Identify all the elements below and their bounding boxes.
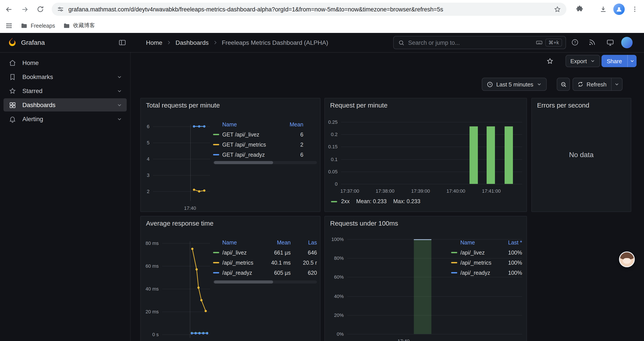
sidebar-item-label: Starred [22, 87, 42, 94]
gridline [341, 147, 522, 147]
legend-row[interactable]: /api/_metrics100% [451, 258, 522, 268]
address-bar[interactable]: grafana.mathmast.com/d/deytv4rwavabkb/fr… [52, 3, 566, 16]
bookmark-star-icon[interactable] [554, 6, 561, 13]
sidebar-item-home[interactable]: Home [4, 56, 127, 69]
bar [470, 126, 478, 184]
share-button-group: Share [602, 55, 636, 67]
favorite-star-icon[interactable] [546, 58, 554, 65]
monitor-icon[interactable] [606, 39, 614, 47]
sidebar-item-dashboards[interactable]: Dashboards [4, 98, 127, 112]
bar [504, 126, 513, 184]
breadcrumb-home[interactable]: Home [146, 39, 162, 46]
bookmark-folder-freeleaps[interactable]: Freeleaps [20, 22, 55, 29]
scrollbar-thumb[interactable] [214, 161, 273, 164]
line-chart[interactable]: 6543217:40 [143, 123, 210, 212]
gridline [347, 315, 522, 315]
legend-row[interactable]: /api/_metrics40.1 ms20.5 r [213, 258, 317, 268]
bookmark-folder-label: Freeleaps [31, 23, 55, 29]
line-chart[interactable]: 80 ms60 ms40 ms20 ms0 s17:40 [141, 240, 210, 341]
legend-header-name[interactable]: Name [213, 239, 270, 245]
legend-header-name[interactable]: Name [213, 121, 286, 128]
legend-row[interactable]: /api/_readyz605 µs620 [213, 268, 317, 278]
avatar-face [623, 258, 631, 264]
kebab-menu-icon[interactable] [630, 4, 640, 15]
bell-icon [9, 115, 16, 123]
assistant-avatar[interactable] [619, 251, 635, 267]
y-axis-tick: 0.2 [325, 131, 338, 137]
legend-row[interactable]: /api/_livez100% [451, 247, 522, 258]
sidebar-item-starred[interactable]: Starred [4, 84, 127, 97]
bar-chart[interactable]: 0.250.20.150.10.05017:37:0017:38:0017:39… [325, 119, 522, 196]
gridline [341, 184, 522, 184]
panel-title[interactable]: Total requests per minute [146, 101, 220, 109]
legend-header-name[interactable]: Name [451, 239, 500, 245]
time-range-label: Last 5 minutes [496, 81, 533, 88]
breadcrumb-dashboards[interactable]: Dashboards [176, 39, 209, 46]
back-icon[interactable] [4, 4, 14, 15]
folder-icon [63, 22, 70, 29]
bookmark-folder-blogs[interactable]: 收藏博客 [63, 22, 95, 30]
legend-header-col[interactable]: Mean [270, 239, 291, 245]
help-icon[interactable]: ? [571, 39, 579, 46]
export-button[interactable]: Export [566, 55, 600, 67]
chevron-down-icon[interactable] [116, 88, 122, 94]
legend-header-col[interactable]: Last * [500, 239, 522, 245]
chevron-down-icon[interactable] [116, 74, 122, 80]
y-axis-tick: 0.25 [325, 119, 338, 125]
series-swatch [213, 272, 219, 273]
legend-header-col[interactable]: Mean [286, 121, 303, 128]
site-settings-icon[interactable] [57, 6, 64, 13]
legend-header-col[interactable]: Las [291, 239, 317, 245]
legend-scrollbar[interactable] [213, 280, 317, 283]
grafana-logo-icon[interactable] [7, 37, 18, 48]
sidebar-item-bookmarks[interactable]: Bookmarks [4, 70, 127, 83]
series-value: 2 [286, 142, 303, 148]
panel-title[interactable]: Average response time [146, 219, 214, 227]
series-name[interactable]: 2xx [341, 198, 350, 204]
clock-icon [486, 81, 493, 88]
share-menu-caret[interactable] [627, 55, 636, 67]
sidebar: Home Bookmarks Starred Dashboards Alerti… [0, 52, 131, 341]
url-text[interactable]: grafana.mathmast.com/d/deytv4rwavabkb/fr… [68, 6, 554, 13]
grafana-brand[interactable]: Grafana [21, 39, 45, 46]
download-icon[interactable] [598, 4, 608, 15]
share-button[interactable]: Share [602, 55, 627, 67]
chevron-down-icon [536, 82, 542, 87]
panel-title[interactable]: Requests under 100ms [330, 219, 398, 227]
chevron-down-icon[interactable] [116, 102, 122, 108]
time-range-picker[interactable]: Last 5 minutes [482, 78, 546, 91]
news-rss-icon[interactable] [588, 39, 596, 46]
extensions-icon[interactable] [574, 4, 585, 15]
no-data-message: No data [532, 98, 631, 212]
user-avatar[interactable] [621, 37, 632, 48]
refresh-interval-caret[interactable] [611, 78, 622, 90]
x-axis-tick: 17:39:00 [403, 188, 438, 194]
legend-row[interactable]: /api/_livez661 µs646 [213, 247, 317, 258]
bookmark-folder-label: 收藏博客 [73, 22, 95, 30]
dock-sidebar-icon[interactable] [118, 39, 126, 47]
forward-icon[interactable] [19, 4, 30, 15]
legend-row[interactable]: /api/_readyz100% [451, 268, 522, 278]
legend-table: NameMeanGET /api/_livez6GET /api/_metric… [213, 119, 303, 160]
legend-scrollbar[interactable] [213, 161, 317, 164]
legend-row[interactable]: GET /api/_readyz6 [213, 150, 303, 160]
chevron-down-icon[interactable] [116, 116, 122, 122]
refresh-button[interactable]: Refresh [573, 78, 611, 90]
series-value: 6 [286, 152, 303, 158]
sidebar-item-alerting[interactable]: Alerting [4, 112, 127, 126]
chevron-right-icon [212, 40, 218, 45]
series-value: 100% [500, 270, 522, 276]
y-axis-tick: 0.15 [325, 144, 338, 150]
chart-legend[interactable]: 2xx Mean: 0.233 Max: 0.233 [331, 198, 420, 204]
legend-row[interactable]: GET /api/_livez6 [213, 129, 303, 140]
apps-grid-icon[interactable] [5, 22, 13, 30]
reload-icon[interactable] [35, 4, 46, 15]
search-input[interactable]: Search or jump to... ⌘+k [393, 36, 566, 49]
zoom-out-time-button[interactable] [557, 78, 570, 91]
x-axis-tick: 17:37:00 [332, 188, 367, 194]
browser-profile-avatar[interactable] [613, 4, 625, 15]
panel-title[interactable]: Request per minute [330, 101, 388, 109]
scrollbar-thumb[interactable] [214, 280, 273, 283]
line-series [141, 240, 210, 341]
legend-row[interactable]: GET /api/_metrics2 [213, 140, 303, 150]
